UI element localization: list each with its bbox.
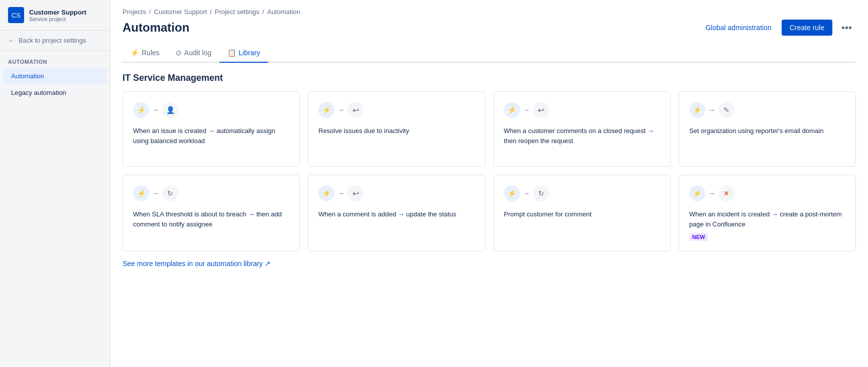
card-icons-4: ⚡ → ✎ — [689, 102, 845, 118]
breadcrumb-projects[interactable]: Projects — [122, 8, 146, 16]
project-info: Customer Support Service project — [29, 9, 86, 22]
card-icons-6: ⚡ → ↩ — [318, 185, 474, 201]
arrow-8: → — [708, 189, 715, 197]
see-more-link[interactable]: See more templates in our automation lib… — [122, 260, 856, 268]
refresh-icon: ↻ — [533, 185, 549, 201]
card-update-status[interactable]: ⚡ → ↩ When a comment is added → update t… — [308, 175, 485, 252]
arrow-5: → — [152, 189, 159, 197]
new-badge: NEW — [689, 233, 708, 241]
arrow-3: → — [523, 106, 530, 114]
tab-audit-log[interactable]: ⊙ Audit log — [168, 44, 219, 63]
card-icons-8: ⚡ → ✕ — [689, 185, 845, 201]
confluence-icon: ✕ — [718, 185, 734, 201]
card-text-2: Resolve issues due to inactivity — [318, 126, 474, 136]
breadcrumb-customer-support[interactable]: Customer Support — [154, 8, 207, 16]
card-text-6: When a comment is added → update the sta… — [318, 209, 474, 219]
breadcrumb-project-settings[interactable]: Project settings — [215, 8, 260, 16]
back-label: Back to project settings — [19, 37, 86, 44]
sidebar-item-automation[interactable]: Automation — [3, 68, 107, 84]
card-icons-1: ⚡ → 👤 — [133, 102, 289, 118]
breadcrumb-sep-3: / — [263, 8, 265, 16]
sidebar-header: CS Customer Support Service project — [0, 0, 110, 31]
bolt-icon-6: ⚡ — [318, 185, 334, 201]
bolt-icon-4: ⚡ — [689, 102, 705, 118]
card-text-5: When SLA threshold is about to breach → … — [133, 209, 289, 229]
library-icon: 📋 — [227, 49, 236, 57]
bolt-icon-5: ⚡ — [133, 185, 149, 201]
card-reopen-request[interactable]: ⚡ → ↩ When a customer comments on a clos… — [493, 91, 671, 167]
page-header: Automation Global administration Create … — [122, 20, 856, 36]
card-text-3: When a customer comments on a closed req… — [504, 126, 660, 146]
project-type: Service project — [29, 16, 86, 22]
sla-icon: ↻ — [162, 185, 178, 201]
card-prompt-customer[interactable]: ⚡ → ↻ Prompt customer for comment — [493, 175, 671, 252]
arrow-4: → — [708, 106, 715, 114]
breadcrumb-automation: Automation — [267, 8, 300, 16]
card-set-organization[interactable]: ⚡ → ✎ Set organization using reporter's … — [679, 91, 856, 167]
arrow-6: → — [337, 189, 344, 197]
assign-icon: 👤 — [162, 102, 178, 118]
page-title: Automation — [122, 21, 189, 35]
card-icons-2: ⚡ → ↩ — [318, 102, 474, 118]
header-actions: Global administration Create rule ••• — [700, 20, 856, 36]
sidebar: CS Customer Support Service project ← Ba… — [0, 0, 110, 367]
global-admin-button[interactable]: Global administration — [700, 21, 777, 35]
breadcrumb-sep-2: / — [210, 8, 212, 16]
card-sla-breach[interactable]: ⚡ → ↻ When SLA threshold is about to bre… — [122, 175, 300, 252]
card-text-8: When an incident is created → create a p… — [689, 209, 845, 229]
card-icons-7: ⚡ → ↻ — [504, 185, 660, 201]
card-text-4: Set organization using reporter's email … — [689, 126, 845, 136]
back-to-project-settings[interactable]: ← Back to project settings — [0, 31, 110, 51]
more-options-button[interactable]: ••• — [837, 20, 856, 36]
card-text-7: Prompt customer for comment — [504, 209, 660, 219]
inactivity-icon: ↩ — [347, 102, 363, 118]
back-icon: ← — [8, 37, 15, 44]
tab-rules[interactable]: ⚡ Rules — [122, 44, 168, 63]
card-auto-assign[interactable]: ⚡ → 👤 When an issue is created → automat… — [122, 91, 300, 167]
tab-library[interactable]: 📋 Library — [219, 44, 268, 63]
cards-grid-row2: ⚡ → ↻ When SLA threshold is about to bre… — [122, 175, 856, 252]
reopen-icon: ↩ — [533, 102, 549, 118]
breadcrumb-sep-1: / — [149, 8, 151, 16]
arrow-2: → — [337, 106, 344, 114]
sidebar-section-label: AUTOMATION — [0, 51, 110, 68]
bolt-icon-3: ⚡ — [504, 102, 520, 118]
rules-icon: ⚡ — [131, 49, 139, 57]
cards-grid-row1: ⚡ → 👤 When an issue is created → automat… — [122, 91, 856, 167]
section-title: IT Service Management — [122, 73, 856, 83]
project-name: Customer Support — [29, 9, 86, 16]
card-post-mortem[interactable]: ⚡ → ✕ When an incident is created → crea… — [679, 175, 856, 252]
arrow-7: → — [523, 189, 530, 197]
audit-log-icon: ⊙ — [176, 49, 182, 57]
bolt-icon-7: ⚡ — [504, 185, 520, 201]
bolt-icon-2: ⚡ — [318, 102, 334, 118]
card-icons-5: ⚡ → ↻ — [133, 185, 289, 201]
edit-icon: ✎ — [718, 102, 734, 118]
main-content: Projects / Customer Support / Project se… — [110, 0, 868, 367]
bolt-icon-8: ⚡ — [689, 185, 705, 201]
sidebar-item-legacy-automation[interactable]: Legacy automation — [3, 85, 107, 100]
arrow-1: → — [152, 106, 159, 114]
card-text-1: When an issue is created → automatically… — [133, 126, 289, 146]
comment-icon: ↩ — [347, 185, 363, 201]
card-resolve-inactivity[interactable]: ⚡ → ↩ Resolve issues due to inactivity — [308, 91, 485, 167]
tabs: ⚡ Rules ⊙ Audit log 📋 Library — [122, 44, 856, 63]
card-icons-3: ⚡ → ↩ — [504, 102, 660, 118]
bolt-icon-1: ⚡ — [133, 102, 149, 118]
breadcrumb: Projects / Customer Support / Project se… — [122, 0, 856, 20]
avatar: CS — [8, 7, 24, 23]
create-rule-button[interactable]: Create rule — [782, 20, 832, 36]
